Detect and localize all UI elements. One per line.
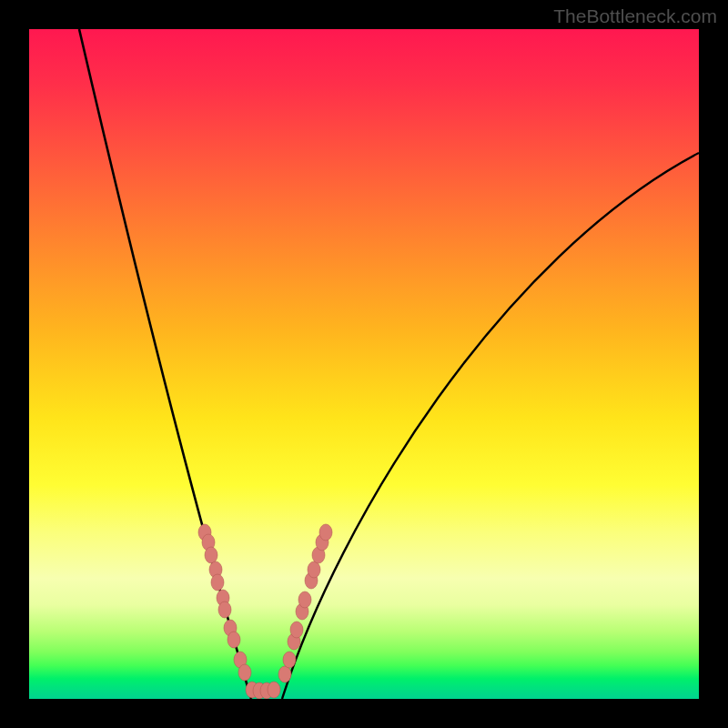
data-point bbox=[278, 666, 291, 682]
outer-frame: TheBottleneck.com bbox=[0, 0, 728, 728]
data-point bbox=[283, 652, 296, 668]
data-point bbox=[218, 602, 231, 618]
data-point bbox=[308, 561, 320, 578]
data-point bbox=[290, 622, 303, 638]
data-point bbox=[298, 592, 311, 608]
data-point bbox=[205, 547, 217, 563]
data-point bbox=[228, 632, 240, 648]
right-branch-curve bbox=[282, 153, 699, 699]
curve-layer bbox=[79, 29, 699, 699]
plot-area bbox=[29, 29, 699, 699]
data-point bbox=[319, 524, 332, 541]
chart-svg bbox=[29, 29, 699, 699]
scatter-layer bbox=[198, 524, 332, 699]
data-point bbox=[268, 682, 280, 698]
data-point bbox=[238, 664, 251, 681]
watermark-text: TheBottleneck.com bbox=[553, 5, 717, 27]
data-point bbox=[211, 574, 224, 591]
